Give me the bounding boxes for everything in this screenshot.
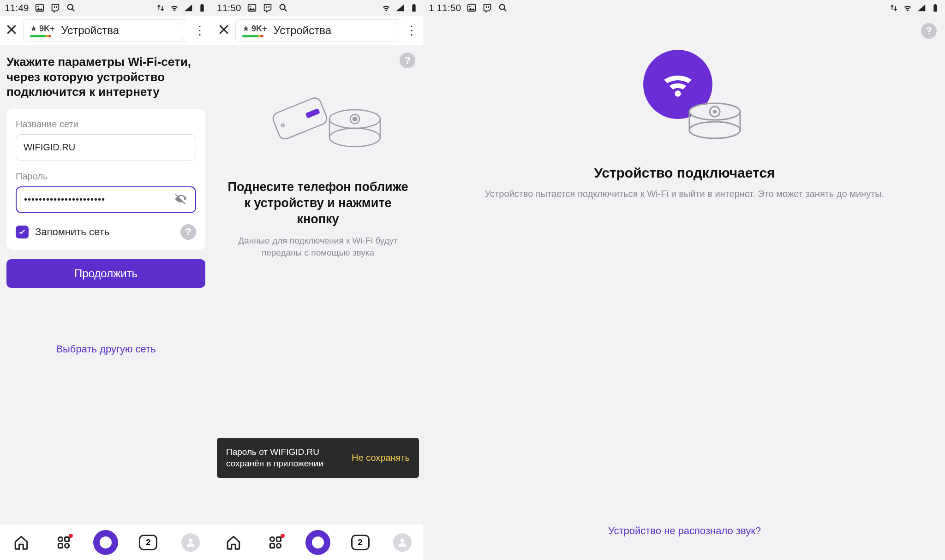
header-badge: 9K+ [251, 24, 267, 34]
battery-icon [197, 3, 207, 13]
snackbar: Пароль от WIFIGID.RU сохранён в приложен… [217, 438, 419, 478]
svg-point-22 [270, 537, 275, 541]
svg-point-28 [469, 6, 471, 7]
header-title: Устройства [61, 24, 120, 37]
svg-rect-23 [277, 537, 281, 541]
status-bar: 11:49 [0, 0, 212, 16]
svg-rect-13 [412, 5, 415, 12]
status-bar: 1 11:50 [424, 0, 945, 16]
image-icon [35, 3, 45, 13]
status-time: 11:49 [5, 2, 29, 13]
nav-alice[interactable] [92, 531, 120, 554]
help-icon[interactable]: ? [180, 224, 196, 240]
visibility-off-icon[interactable] [174, 191, 188, 208]
chevron-right-icon [182, 20, 192, 41]
svg-point-11 [250, 6, 251, 7]
nav-services[interactable] [262, 531, 289, 554]
svg-rect-30 [933, 5, 937, 12]
more-menu-button[interactable]: ⋮ [404, 24, 419, 36]
instruction-sub: Данные для подключения к Wi-Fi будут пер… [219, 235, 417, 258]
ssid-input[interactable]: WIFIGID.RU [16, 134, 196, 161]
nav-tabs[interactable]: 2 [134, 531, 162, 554]
twitch-icon [263, 3, 273, 13]
nav-tabs[interactable]: 2 [347, 531, 374, 554]
choose-other-network-link[interactable]: Выбрать другую сеть [6, 343, 205, 355]
phone-speaker-illustration [219, 87, 417, 161]
password-input[interactable]: •••••••••••••••••••••• [16, 186, 196, 213]
app-header: 9K+ Устройства ⋮ [0, 16, 212, 45]
wifi-icon [903, 3, 913, 13]
speaker-icon [685, 94, 745, 142]
nav-services[interactable] [50, 531, 78, 554]
wifi-icon [381, 3, 391, 13]
wifi-form-card: Название сети WIFIGID.RU Пароль ••••••••… [6, 109, 205, 250]
continue-button[interactable]: Продолжить [6, 259, 205, 288]
header-title: Устройства [274, 24, 332, 37]
nav-home[interactable] [220, 531, 247, 554]
remember-label: Запомнить сеть [35, 226, 174, 238]
nav-home[interactable] [7, 531, 35, 554]
sound-not-recognized-link[interactable]: Устройство не распознало звук? [424, 525, 945, 537]
status-bar: 11:50 [212, 0, 424, 16]
svg-point-2 [67, 5, 72, 10]
svg-rect-15 [271, 96, 329, 141]
svg-rect-6 [65, 537, 69, 541]
search-icon [278, 3, 288, 13]
more-menu-button[interactable]: ⋮ [192, 24, 207, 36]
ssid-label: Название сети [16, 119, 196, 130]
svg-point-5 [58, 537, 62, 541]
svg-point-1 [37, 6, 39, 7]
svg-rect-14 [413, 4, 415, 5]
svg-rect-16 [305, 108, 320, 118]
svg-point-21 [353, 117, 357, 121]
image-icon [467, 3, 477, 13]
snackbar-line1: Пароль от WIFIGID.RU [226, 446, 352, 458]
twitch-icon [482, 3, 492, 13]
chevron-right-icon [394, 20, 404, 41]
header-pill[interactable]: 9K+ Устройства [235, 19, 400, 42]
header-pill[interactable]: 9K+ Устройства [23, 19, 188, 42]
svg-point-17 [281, 124, 285, 127]
svg-rect-4 [201, 4, 203, 5]
close-button[interactable] [217, 23, 231, 38]
svg-point-32 [689, 122, 740, 138]
svg-point-12 [280, 5, 285, 10]
signal-icon [916, 3, 927, 13]
rating-bar [242, 35, 263, 37]
svg-point-8 [65, 543, 69, 548]
help-icon[interactable]: ? [400, 53, 415, 68]
svg-rect-31 [934, 4, 936, 5]
bottom-nav: 2 [212, 524, 424, 560]
nav-alice[interactable] [304, 531, 332, 554]
help-icon[interactable]: ? [921, 23, 937, 39]
connecting-illustration [643, 50, 726, 133]
instruction-title: Поднесите телефон поближе к устройству и… [219, 179, 417, 227]
page-heading: Укажите параметры Wi-Fi-сети, через кото… [6, 54, 205, 100]
header-badge: 9K+ [39, 24, 55, 34]
app-header: 9K+ Устройства ⋮ [212, 16, 424, 45]
battery-icon [930, 3, 940, 13]
connecting-title: Устройство подключается [431, 165, 939, 181]
svg-point-25 [277, 543, 281, 548]
notification-dot [69, 534, 73, 538]
battery-icon [409, 3, 419, 13]
rating-bar [30, 35, 51, 37]
status-time: 1 11:50 [429, 2, 461, 13]
svg-point-29 [500, 5, 505, 10]
nav-profile[interactable] [177, 531, 204, 554]
svg-point-18 [329, 128, 380, 147]
svg-point-35 [713, 110, 717, 113]
svg-point-9 [189, 538, 193, 542]
remember-checkbox[interactable] [16, 226, 29, 238]
data-arrows-icon [889, 3, 899, 13]
snackbar-action[interactable]: Не сохранять [352, 453, 410, 463]
screen-connecting: 1 11:50 ? [424, 0, 945, 560]
signal-icon [183, 3, 193, 13]
svg-rect-24 [270, 543, 275, 548]
wifi-icon [169, 3, 179, 13]
bottom-nav: 2 [0, 524, 212, 560]
data-arrows-icon [156, 3, 166, 13]
nav-profile[interactable] [389, 531, 416, 554]
close-button[interactable] [5, 23, 18, 38]
screen-bring-closer: 11:50 9K+ Устройства ⋮ ? [212, 0, 424, 560]
